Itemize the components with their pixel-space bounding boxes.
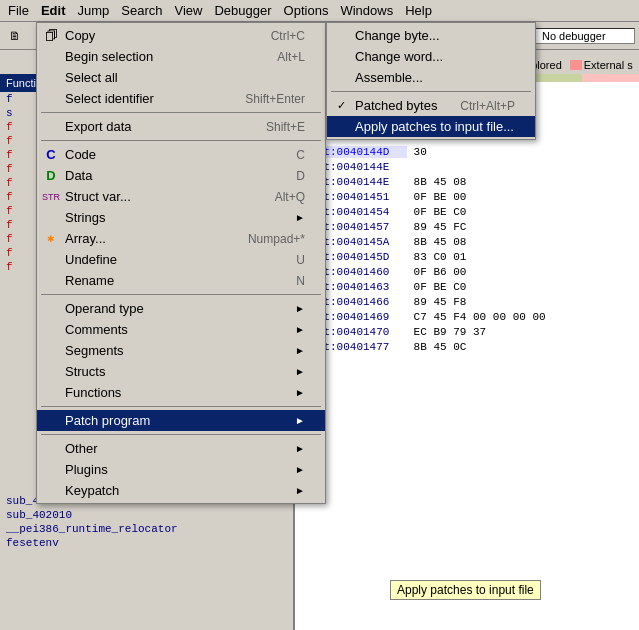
menu-label-patch-program: Patch program — [65, 413, 150, 428]
structs-arrow: ► — [295, 366, 305, 377]
struct-icon: STR — [41, 189, 61, 205]
menu-options[interactable]: Options — [278, 1, 335, 20]
menu-item-begin-sel[interactable]: Begin selection Alt+L — [37, 46, 325, 67]
menu-label-operand-type: Operand type — [65, 301, 144, 316]
menu-label-plugins: Plugins — [65, 462, 108, 477]
menu-edit[interactable]: Edit — [35, 1, 72, 20]
menu-label-rename: Rename — [65, 273, 114, 288]
menu-search[interactable]: Search — [115, 1, 168, 20]
menu-item-undefine[interactable]: Undefine U — [37, 249, 325, 270]
code-line: .text:00401451 0F BE 00 — [297, 189, 637, 204]
shortcut-patched-bytes: Ctrl+Alt+P — [460, 99, 515, 113]
toolbar-btn-1[interactable]: 🗎 — [4, 25, 26, 47]
undefine-icon — [41, 252, 61, 268]
code-line: .text:00401457 89 45 FC — [297, 219, 637, 234]
shortcut-copy: Ctrl+C — [271, 29, 305, 43]
menu-debugger[interactable]: Debugger — [208, 1, 277, 20]
comments-icon — [41, 322, 61, 338]
menu-item-patch-program[interactable]: Patch program ► — [37, 410, 325, 431]
status-item-4[interactable]: fesetenv — [0, 536, 293, 550]
strings-arrow: ► — [295, 212, 305, 223]
submenu-assemble[interactable]: Assemble... — [327, 67, 535, 88]
menu-item-strings[interactable]: Strings ► — [37, 207, 325, 228]
menu-label-select-ident: Select identifier — [65, 91, 154, 106]
menu-item-data[interactable]: D Data D — [37, 165, 325, 186]
menu-item-operand-type[interactable]: Operand type ► — [37, 298, 325, 319]
menu-jump[interactable]: Jump — [72, 1, 116, 20]
menu-item-other[interactable]: Other ► — [37, 438, 325, 459]
shortcut-rename: N — [296, 274, 305, 288]
code-line: .text:00401454 0F BE C0 — [297, 204, 637, 219]
code-line: .text:00401469 C7 45 F4 00 00 00 00 — [297, 309, 637, 324]
menu-item-structs[interactable]: Structs ► — [37, 361, 325, 382]
change-byte-check — [333, 28, 349, 44]
menu-view[interactable]: View — [169, 1, 209, 20]
menu-sep-1 — [41, 112, 321, 113]
code-line: .text:0040145A 8B 45 08 — [297, 234, 637, 249]
submenu-label-patched-bytes: Patched bytes — [355, 98, 437, 113]
menu-label-strings: Strings — [65, 210, 105, 225]
menu-label-export: Export data — [65, 119, 132, 134]
menu-windows[interactable]: Windows — [334, 1, 399, 20]
submenu-sep-1 — [331, 91, 531, 92]
menu-item-copy[interactable]: 🗍 Copy Ctrl+C — [37, 25, 325, 46]
export-icon — [41, 119, 61, 135]
strings-icon — [41, 210, 61, 226]
menu-help[interactable]: Help — [399, 1, 438, 20]
legend-external-box — [570, 60, 582, 70]
patch-icon — [41, 413, 61, 429]
menu-item-code[interactable]: C Code C — [37, 144, 325, 165]
other-icon — [41, 441, 61, 457]
shortcut-select-ident: Shift+Enter — [245, 92, 305, 106]
menu-item-rename[interactable]: Rename N — [37, 270, 325, 291]
submenu-change-byte[interactable]: Change byte... — [327, 25, 535, 46]
shortcut-code: C — [296, 148, 305, 162]
menu-file[interactable]: File — [2, 1, 35, 20]
select-ident-icon — [41, 91, 61, 107]
patch-arrow: ► — [295, 415, 305, 426]
status-item-2[interactable]: sub_402010 — [0, 508, 293, 522]
menu-label-structs: Structs — [65, 364, 105, 379]
menu-item-comments[interactable]: Comments ► — [37, 319, 325, 340]
submenu-change-word[interactable]: Change word... — [327, 46, 535, 67]
menu-item-export[interactable]: Export data Shift+E — [37, 116, 325, 137]
menu-label-begin-sel: Begin selection — [65, 49, 153, 64]
menu-sep-5 — [41, 434, 321, 435]
menu-label-comments: Comments — [65, 322, 128, 337]
shortcut-data: D — [296, 169, 305, 183]
menu-item-segments[interactable]: Segments ► — [37, 340, 325, 361]
menu-label-functions: Functions — [65, 385, 121, 400]
structs-icon — [41, 364, 61, 380]
code-icon: C — [41, 147, 61, 163]
data-icon: D — [41, 168, 61, 184]
submenu-label-change-word: Change word... — [355, 49, 443, 64]
code-line: .text:00401470 EC B9 79 37 — [297, 324, 637, 339]
menu-item-keypatch[interactable]: Keypatch ► — [37, 480, 325, 501]
code-line: .text:00401463 0F BE C0 — [297, 279, 637, 294]
menu-item-functions[interactable]: Functions ► — [37, 382, 325, 403]
menu-label-code: Code — [65, 147, 96, 162]
submenu-label-change-byte: Change byte... — [355, 28, 440, 43]
code-line: .text:0040144E — [297, 159, 637, 174]
menu-item-select-ident[interactable]: Select identifier Shift+Enter — [37, 88, 325, 109]
status-item-3[interactable]: __pei386_runtime_relocator — [0, 522, 293, 536]
code-line: .text:0040144D 30 — [297, 144, 637, 159]
menu-item-plugins[interactable]: Plugins ► — [37, 459, 325, 480]
code-area: .text:00401448 .text:00401449 89 .text:0… — [295, 82, 639, 630]
legend-external-label: External s — [584, 59, 633, 71]
change-word-check — [333, 49, 349, 65]
edit-menu-dropdown: 🗍 Copy Ctrl+C Begin selection Alt+L Sele… — [36, 22, 326, 504]
menu-label-keypatch: Keypatch — [65, 483, 119, 498]
shortcut-struct-var: Alt+Q — [275, 190, 305, 204]
submenu-apply-patches[interactable]: Apply patches to input file... — [327, 116, 535, 137]
submenu-patched-bytes[interactable]: ✓ Patched bytes Ctrl+Alt+P — [327, 95, 535, 116]
menu-label-array: Array... — [65, 231, 106, 246]
code-line: .text:00401477 8B 45 0C — [297, 339, 637, 354]
menu-item-select-all[interactable]: Select all — [37, 67, 325, 88]
menu-sep-4 — [41, 406, 321, 407]
patch-submenu: Change byte... Change word... Assemble..… — [326, 22, 536, 140]
menu-sep-3 — [41, 294, 321, 295]
menu-item-struct-var[interactable]: STR Struct var... Alt+Q — [37, 186, 325, 207]
plugins-arrow: ► — [295, 464, 305, 475]
menu-item-array[interactable]: ✱ Array... Numpad+* — [37, 228, 325, 249]
